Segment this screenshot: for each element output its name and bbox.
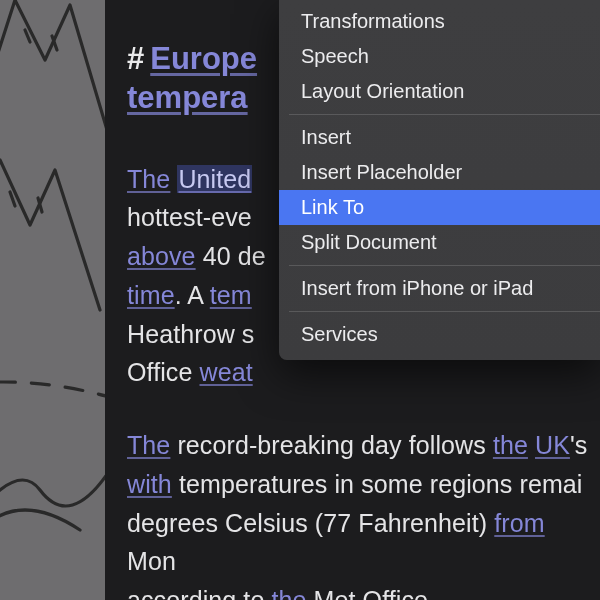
menu-item-insert-from-iphone-ipad[interactable]: Insert from iPhone or iPad <box>279 271 600 306</box>
link-the-4[interactable]: the <box>271 586 306 600</box>
menu-separator <box>289 311 600 312</box>
mountains-illustration <box>0 0 105 600</box>
link-the-3[interactable]: the <box>493 431 528 459</box>
link-with[interactable]: with <box>127 470 172 498</box>
link-from[interactable]: from <box>494 509 544 537</box>
heading-hash: # <box>127 40 144 79</box>
text-heathrow: Heathrow s <box>127 320 254 348</box>
link-time[interactable]: time <box>127 281 175 309</box>
link-above[interactable]: above <box>127 242 196 270</box>
menu-item-split-document[interactable]: Split Document <box>279 225 600 260</box>
text-temps: temperatures in some regions remai <box>172 470 583 498</box>
text-record: record-breaking day follows <box>170 431 493 459</box>
menu-item-speech[interactable]: Speech <box>279 39 600 74</box>
menu-separator <box>289 265 600 266</box>
heading-word-1: Europe <box>150 41 257 76</box>
menu-separator <box>289 114 600 115</box>
menu-item-transformations[interactable]: Transformations <box>279 4 600 39</box>
menu-item-insert-placeholder[interactable]: Insert Placeholder <box>279 155 600 190</box>
link-united-selected[interactable]: United <box>177 165 252 193</box>
context-menu[interactable]: Transformations Speech Layout Orientatio… <box>279 0 600 360</box>
text-degrees: degrees Celsius (77 Fahrenheit) <box>127 509 494 537</box>
link-tem[interactable]: tem <box>210 281 252 309</box>
menu-item-link-to[interactable]: Link To <box>279 190 600 225</box>
text-hottest: hottest-eve <box>127 203 252 231</box>
text-mon: Mon <box>127 547 176 575</box>
notebook-cover-sidebar <box>0 0 105 600</box>
text-40de: 40 de <box>196 242 266 270</box>
text-apos-s: 's <box>570 431 587 459</box>
text-met-office: Met Office. <box>307 586 436 600</box>
menu-item-services[interactable]: Services <box>279 317 600 352</box>
menu-item-layout-orientation[interactable]: Layout Orientation <box>279 74 600 109</box>
paragraph-2: The record-breaking day follows the UK's… <box>127 426 600 600</box>
text-period-a: . A <box>175 281 210 309</box>
heading-word-2: tempera <box>127 80 248 115</box>
link-the[interactable]: The <box>127 165 170 193</box>
text-according: according to <box>127 586 271 600</box>
link-weat[interactable]: weat <box>200 358 253 386</box>
link-uk[interactable]: UK <box>535 431 570 459</box>
text-office: Office <box>127 358 200 386</box>
menu-item-insert[interactable]: Insert <box>279 120 600 155</box>
link-the-2[interactable]: The <box>127 431 170 459</box>
